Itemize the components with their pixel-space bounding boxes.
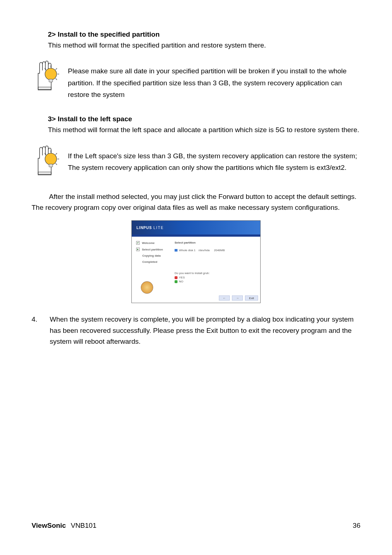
disk-device: /dev/hda xyxy=(199,249,210,252)
hand-bulb-icon xyxy=(32,57,64,92)
arrow-icon: ▸ xyxy=(136,248,140,251)
installer-brand-suffix: LITE xyxy=(154,226,164,230)
svg-point-1 xyxy=(45,68,57,80)
back-button[interactable]: ← xyxy=(219,295,230,301)
callout-2: If the Left space's size less than 3 GB,… xyxy=(32,142,360,177)
svg-rect-7 xyxy=(49,79,53,82)
grub-yes-option[interactable]: YES xyxy=(175,276,256,279)
linpus-logo-icon xyxy=(141,281,153,294)
installer-main: Select partition Whole disk 1 /dev/hda 2… xyxy=(172,237,260,303)
disk-size: 2048MB xyxy=(214,249,225,252)
step-completed: Completed xyxy=(136,260,172,264)
section-3-heading: 3> Install to the left space xyxy=(48,115,360,123)
radio-icon xyxy=(175,276,177,279)
step-completed-label: Completed xyxy=(142,260,157,264)
installer-titlebar: LINPUS LITE xyxy=(132,221,260,234)
after-install-text: After the install method selected, you m… xyxy=(32,191,360,213)
grub-question: Do you want to install grub: xyxy=(175,272,256,275)
step-copying: Copying data xyxy=(136,254,172,257)
footer-model: VNB101 xyxy=(71,522,97,529)
grub-no-label: NO xyxy=(179,280,183,283)
exit-button[interactable]: Exit xyxy=(245,295,258,301)
step-copying-label: Copying data xyxy=(142,254,161,257)
section-2-intro: This method will format the specified pa… xyxy=(48,40,360,51)
installer-screenshot: LINPUS LITE ✓ Welcome ▸ Select partition… xyxy=(131,220,261,303)
svg-line-5 xyxy=(56,78,57,80)
step-4-text: When the system recovery is complete, yo… xyxy=(50,314,360,347)
step-select-partition: ▸ Select partition xyxy=(136,248,172,251)
main-panel-title: Select partition xyxy=(175,241,256,244)
svg-rect-15 xyxy=(49,164,53,167)
svg-rect-0 xyxy=(38,87,51,90)
grub-no-option[interactable]: NO xyxy=(175,280,256,283)
step-welcome: ✓ Welcome xyxy=(136,241,172,245)
step-welcome-label: Welcome xyxy=(142,241,155,245)
step-select-label: Select partition xyxy=(142,248,163,251)
after-install-body: After the install method selected, you m… xyxy=(32,193,356,211)
disk-label: Whole disk 1 xyxy=(179,249,196,252)
section-2-heading: 2> Install to the specified partition xyxy=(48,30,360,38)
callout-2-text: If the Left space's size less than 3 GB,… xyxy=(68,142,360,174)
disk-icon xyxy=(175,249,177,252)
callout-1: Please make sure all date in your specif… xyxy=(32,57,360,101)
step-4-number: 4. xyxy=(32,314,50,347)
installer-brand: LINPUS xyxy=(136,226,152,230)
callout-1-text: Please make sure all date in your specif… xyxy=(68,57,360,101)
svg-point-9 xyxy=(45,153,57,165)
svg-line-13 xyxy=(56,163,57,165)
svg-line-11 xyxy=(56,153,57,155)
section-3-intro: This method will format the left space a… xyxy=(32,125,360,135)
radio-icon xyxy=(175,280,177,283)
page-number: 36 xyxy=(353,522,360,530)
disk-option-row[interactable]: Whole disk 1 /dev/hda 2048MB xyxy=(175,249,256,252)
hand-bulb-icon xyxy=(32,142,64,177)
page-footer: ViewSonic VNB101 36 xyxy=(32,522,360,530)
svg-line-3 xyxy=(56,68,57,70)
grub-yes-label: YES xyxy=(179,276,185,279)
footer-brand: ViewSonic xyxy=(32,522,66,529)
checkmark-icon: ✓ xyxy=(136,241,140,245)
forward-button[interactable]: → xyxy=(232,295,243,301)
svg-rect-8 xyxy=(38,172,51,175)
installer-sidebar: ✓ Welcome ▸ Select partition Copying dat… xyxy=(132,237,172,303)
step-4-item: 4. When the system recovery is complete,… xyxy=(32,314,360,347)
